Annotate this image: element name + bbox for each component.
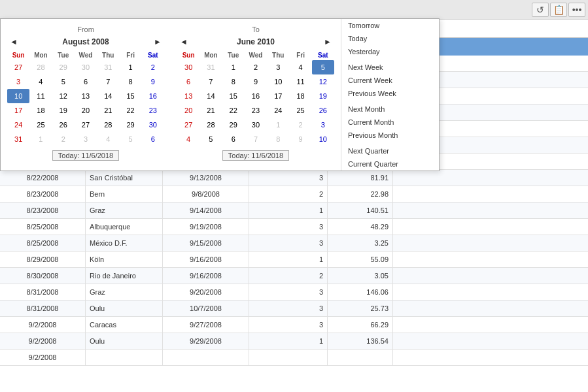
calendar-day[interactable]: 27	[177, 118, 199, 132]
table-row[interactable]: 8/31/2008Graz9/20/20083146.06	[0, 284, 588, 301]
calendar-day[interactable]: 3	[312, 118, 334, 132]
calendar-day[interactable]: 13	[177, 89, 199, 103]
calendar-day[interactable]: 3	[267, 60, 289, 74]
calendar-day[interactable]: 2	[52, 132, 75, 146]
calendar-day[interactable]: 8	[119, 74, 141, 89]
calendar-day[interactable]: 19	[52, 103, 75, 118]
dropdown-item[interactable]: Current Month	[341, 116, 439, 129]
table-row[interactable]: 8/23/2008Bern9/8/2008222.98	[0, 186, 588, 203]
from-prev-button[interactable]: ◄	[7, 37, 20, 46]
calendar-day[interactable]: 4	[97, 132, 119, 146]
calendar-day[interactable]: 29	[52, 60, 75, 74]
calendar-day[interactable]: 7	[97, 74, 119, 89]
table-row[interactable]: 9/2/2008Oulu9/29/20081136.54	[0, 333, 588, 350]
calendar-day[interactable]: 2	[142, 60, 164, 74]
dropdown-scroll[interactable]: TomorrowTodayYesterdayNext WeekCurrent W…	[341, 19, 439, 171]
calendar-day[interactable]: 19	[312, 89, 334, 103]
to-prev-button[interactable]: ◄	[177, 37, 190, 46]
calendar-day[interactable]: 26	[312, 103, 334, 118]
calendar-day[interactable]: 15	[119, 89, 141, 103]
calendar-day[interactable]: 20	[177, 103, 199, 118]
calendar-day[interactable]: 29	[222, 118, 245, 132]
calendar-day[interactable]: 17	[267, 89, 289, 103]
calendar-day[interactable]: 4	[177, 132, 199, 146]
calendar-day[interactable]: 8	[267, 132, 289, 146]
calendar-day[interactable]: 13	[75, 89, 97, 103]
calendar-day[interactable]: 28	[29, 60, 52, 74]
calendar-day[interactable]: 14	[97, 89, 119, 103]
calendar-day[interactable]: 4	[29, 74, 52, 89]
calendar-day[interactable]: 6	[222, 132, 245, 146]
calendar-day[interactable]: 22	[222, 103, 245, 118]
calendar-day[interactable]: 9	[245, 74, 267, 89]
calendar-day[interactable]: 11	[29, 89, 52, 103]
table-row[interactable]: 8/25/2008Albuquerque9/19/2008348.29	[0, 219, 588, 235]
dropdown-item[interactable]: Yesterday	[341, 45, 439, 58]
calendar-day[interactable]: 21	[199, 103, 222, 118]
calendar-day[interactable]: 10	[312, 132, 334, 146]
calendar-day[interactable]: 2	[245, 60, 267, 74]
calendar-day[interactable]: 11	[289, 74, 311, 89]
calendar-day[interactable]: 25	[29, 118, 52, 132]
calendar-day[interactable]: 14	[199, 89, 222, 103]
table-row[interactable]: 8/29/2008Köln9/16/2008155.09	[0, 252, 588, 268]
calendar-day[interactable]: 23	[142, 103, 164, 118]
calendar-day[interactable]: 6	[142, 132, 164, 146]
calendar-day[interactable]: 28	[97, 118, 119, 132]
calendar-day[interactable]: 31	[97, 60, 119, 74]
dropdown-item[interactable]: Current Week	[341, 74, 439, 87]
calendar-day[interactable]: 16	[245, 89, 267, 103]
calendar-day[interactable]: 20	[75, 103, 97, 118]
copy-button[interactable]: 📋	[550, 3, 567, 17]
dropdown-item[interactable]: Current Quarter	[341, 157, 439, 171]
dropdown-item[interactable]: Today	[341, 32, 439, 45]
calendar-day[interactable]: 4	[289, 60, 311, 74]
calendar-day[interactable]: 29	[119, 118, 141, 132]
calendar-day[interactable]: 25	[289, 103, 311, 118]
calendar-day[interactable]: 30	[75, 60, 97, 74]
table-row[interactable]: 9/2/2008	[0, 350, 588, 366]
calendar-day[interactable]: 5	[119, 132, 141, 146]
to-next-button[interactable]: ►	[321, 37, 334, 46]
refresh-button[interactable]: ↺	[532, 3, 549, 17]
calendar-day[interactable]: 18	[289, 89, 311, 103]
calendar-day[interactable]: 7	[245, 132, 267, 146]
calendar-day[interactable]: 30	[245, 118, 267, 132]
table-row[interactable]: 8/31/2008Oulu10/7/2008325.73	[0, 301, 588, 317]
calendar-day[interactable]: 6	[75, 74, 97, 89]
from-today-button[interactable]: Today: 11/6/2018	[52, 150, 119, 161]
calendar-day[interactable]: 17	[7, 103, 29, 118]
calendar-day[interactable]: 5	[199, 132, 222, 146]
calendar-day[interactable]: 3	[75, 132, 97, 146]
calendar-day[interactable]: 1	[29, 132, 52, 146]
dropdown-item[interactable]: Tomorrow	[341, 19, 439, 32]
calendar-day[interactable]: 9	[289, 132, 311, 146]
calendar-day[interactable]: 24	[7, 118, 29, 132]
calendar-day[interactable]: 22	[119, 103, 141, 118]
table-row[interactable]: 8/23/2008Graz9/14/20081140.51	[0, 203, 588, 219]
dropdown-item[interactable]: Previous Week	[341, 87, 439, 100]
calendar-day[interactable]: 10	[267, 74, 289, 89]
calendar-day[interactable]: 3	[7, 74, 29, 89]
calendar-day[interactable]: 31	[7, 132, 29, 146]
calendar-day[interactable]: 8	[222, 74, 245, 89]
calendar-day[interactable]: 16	[142, 89, 164, 103]
calendar-day[interactable]: 18	[29, 103, 52, 118]
dropdown-item[interactable]: Next Quarter	[341, 144, 439, 157]
table-row[interactable]: 8/25/2008México D.F.9/15/200833.25	[0, 235, 588, 252]
calendar-day[interactable]: 24	[267, 103, 289, 118]
calendar-day[interactable]: 21	[97, 103, 119, 118]
calendar-day[interactable]: 5	[312, 60, 334, 74]
calendar-day[interactable]: 15	[222, 89, 245, 103]
calendar-day[interactable]: 28	[199, 118, 222, 132]
calendar-day[interactable]: 12	[52, 89, 75, 103]
calendar-day[interactable]: 6	[177, 74, 199, 89]
dropdown-item[interactable]: Next Month	[341, 103, 439, 116]
calendar-day[interactable]: 2	[289, 118, 311, 132]
calendar-day[interactable]: 12	[312, 74, 334, 89]
dropdown-item[interactable]: Previous Month	[341, 129, 439, 142]
table-row[interactable]: 9/2/2008Caracas9/27/2008366.29	[0, 317, 588, 333]
calendar-day[interactable]: 31	[199, 60, 222, 74]
calendar-day[interactable]: 30	[142, 118, 164, 132]
table-row[interactable]: 8/30/2008Rio de Janeiro9/16/200823.05	[0, 268, 588, 284]
